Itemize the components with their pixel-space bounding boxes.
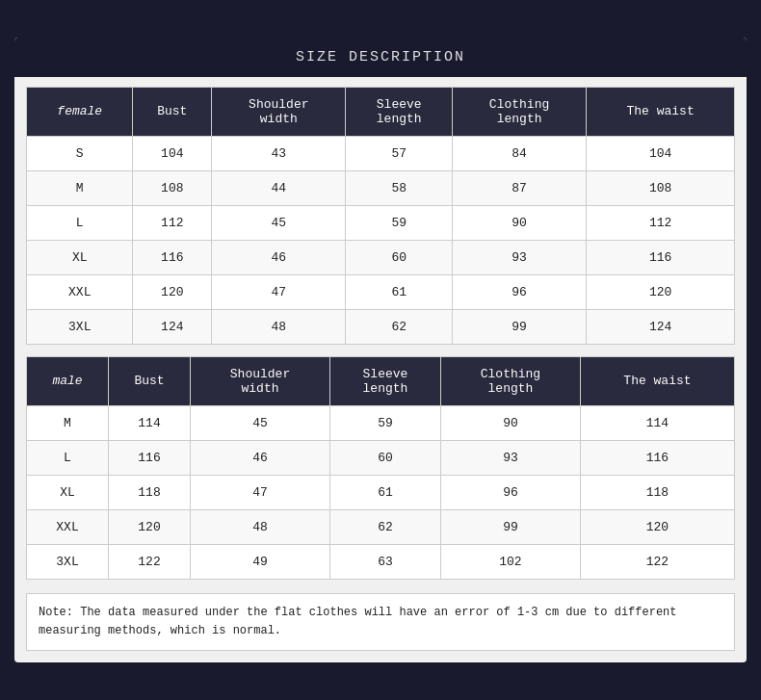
clothing-cell: 99: [452, 309, 586, 344]
bust-cell: 104: [133, 136, 212, 170]
shoulder-cell: 45: [191, 405, 330, 440]
table-row: XL 118 47 61 96 118: [27, 475, 735, 509]
shoulder-cell: 49: [191, 544, 330, 579]
bust-cell: 120: [133, 274, 212, 309]
waist-cell: 116: [580, 440, 734, 475]
clothing-cell: 96: [440, 475, 580, 509]
sleeve-cell: 62: [329, 509, 440, 544]
table-row: 3XL 124 48 62 99 124: [27, 309, 735, 344]
female-header-label: female: [27, 87, 133, 136]
female-col-sleeve: Sleevelength: [346, 87, 452, 136]
female-table-wrapper: female Bust Shoulderwidth Sleevelength C…: [14, 77, 747, 350]
clothing-cell: 99: [440, 509, 580, 544]
female-col-shoulder: Shoulderwidth: [212, 87, 346, 136]
page-title: SIZE DESCRIPTION: [14, 38, 747, 77]
size-cell: L: [27, 440, 109, 475]
waist-cell: 108: [587, 170, 735, 205]
male-col-shoulder: Shoulderwidth: [191, 356, 330, 405]
size-cell: XL: [27, 475, 109, 509]
sleeve-cell: 60: [346, 240, 452, 274]
clothing-cell: 84: [452, 136, 586, 170]
male-size-table: male Bust Shoulderwidth Sleevelength Clo…: [26, 356, 735, 580]
male-col-waist: The waist: [580, 356, 734, 405]
waist-cell: 122: [580, 544, 734, 579]
clothing-cell: 90: [440, 405, 580, 440]
bust-cell: 112: [133, 205, 212, 240]
sleeve-cell: 59: [329, 405, 440, 440]
clothing-cell: 102: [440, 544, 580, 579]
clothing-cell: 87: [452, 170, 586, 205]
waist-cell: 124: [587, 309, 735, 344]
shoulder-cell: 43: [212, 136, 346, 170]
sleeve-cell: 62: [346, 309, 452, 344]
male-col-clothing: Clothinglength: [440, 356, 580, 405]
bust-cell: 114: [109, 405, 191, 440]
bust-cell: 124: [133, 309, 212, 344]
clothing-cell: 96: [452, 274, 586, 309]
shoulder-cell: 45: [212, 205, 346, 240]
sleeve-cell: 61: [329, 475, 440, 509]
shoulder-cell: 46: [212, 240, 346, 274]
male-col-bust: Bust: [109, 356, 191, 405]
table-row: XL 116 46 60 93 116: [27, 240, 735, 274]
shoulder-cell: 44: [212, 170, 346, 205]
male-col-sleeve: Sleevelength: [329, 356, 440, 405]
bust-cell: 116: [109, 440, 191, 475]
bust-cell: 116: [133, 240, 212, 274]
waist-cell: 104: [587, 136, 735, 170]
size-cell: S: [27, 136, 133, 170]
size-cell: 3XL: [27, 544, 109, 579]
bust-cell: 122: [109, 544, 191, 579]
sleeve-cell: 57: [346, 136, 452, 170]
sleeve-cell: 59: [346, 205, 452, 240]
male-table-wrapper: male Bust Shoulderwidth Sleevelength Clo…: [14, 350, 747, 585]
note-box: Note: The data measured under the flat c…: [26, 593, 735, 651]
shoulder-cell: 47: [191, 475, 330, 509]
waist-cell: 120: [587, 274, 735, 309]
size-cell: M: [27, 405, 109, 440]
note-section: Note: The data measured under the flat c…: [14, 585, 747, 662]
male-header-label: male: [27, 356, 109, 405]
clothing-cell: 90: [452, 205, 586, 240]
size-cell: L: [27, 205, 133, 240]
female-col-clothing: Clothinglength: [452, 87, 586, 136]
shoulder-cell: 46: [191, 440, 330, 475]
waist-cell: 114: [580, 405, 734, 440]
clothing-cell: 93: [440, 440, 580, 475]
table-row: M 114 45 59 90 114: [27, 405, 735, 440]
sleeve-cell: 60: [329, 440, 440, 475]
female-col-waist: The waist: [587, 87, 735, 136]
table-row: XXL 120 47 61 96 120: [27, 274, 735, 309]
female-size-table: female Bust Shoulderwidth Sleevelength C…: [26, 87, 735, 345]
waist-cell: 112: [587, 205, 735, 240]
table-row: L 112 45 59 90 112: [27, 205, 735, 240]
clothing-cell: 93: [452, 240, 586, 274]
size-cell: 3XL: [27, 309, 133, 344]
waist-cell: 118: [580, 475, 734, 509]
bust-cell: 118: [109, 475, 191, 509]
bust-cell: 120: [109, 509, 191, 544]
table-row: L 116 46 60 93 116: [27, 440, 735, 475]
shoulder-cell: 47: [212, 274, 346, 309]
size-cell: XXL: [27, 274, 133, 309]
sleeve-cell: 63: [329, 544, 440, 579]
bust-cell: 108: [133, 170, 212, 205]
shoulder-cell: 48: [212, 309, 346, 344]
table-row: M 108 44 58 87 108: [27, 170, 735, 205]
size-cell: M: [27, 170, 133, 205]
sleeve-cell: 58: [346, 170, 452, 205]
female-col-bust: Bust: [133, 87, 212, 136]
main-container: SIZE DESCRIPTION female Bust Shoulderwid…: [14, 38, 747, 662]
table-row: 3XL 122 49 63 102 122: [27, 544, 735, 579]
waist-cell: 116: [587, 240, 735, 274]
table-row: S 104 43 57 84 104: [27, 136, 735, 170]
size-cell: XXL: [27, 509, 109, 544]
sleeve-cell: 61: [346, 274, 452, 309]
shoulder-cell: 48: [191, 509, 330, 544]
table-row: XXL 120 48 62 99 120: [27, 509, 735, 544]
size-cell: XL: [27, 240, 133, 274]
waist-cell: 120: [580, 509, 734, 544]
